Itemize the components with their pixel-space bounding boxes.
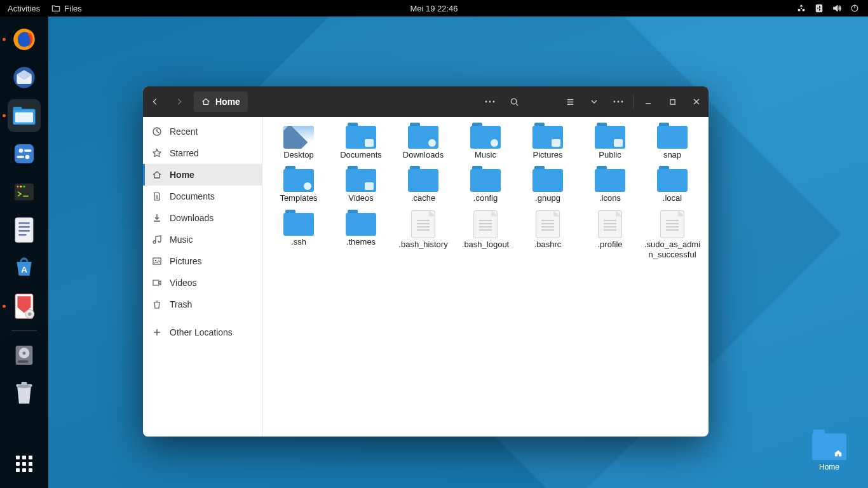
folder-icon [595, 169, 625, 192]
file-item[interactable]: .bash_history [393, 209, 453, 263]
item-label: Pictures [533, 150, 563, 160]
desktop-home-folder[interactable]: Home [807, 433, 851, 471]
folder-item[interactable]: .config [456, 165, 515, 206]
back-button[interactable] [143, 86, 167, 117]
item-label: Downloads [403, 150, 444, 160]
clock[interactable]: Mei 19 22:46 [410, 4, 458, 13]
item-label: .icons [599, 193, 621, 203]
folder-icon [657, 169, 688, 192]
network-icon[interactable] [797, 4, 806, 13]
dock-settings[interactable] [8, 137, 41, 170]
folder-item[interactable]: Public [580, 122, 640, 163]
svg-point-11 [25, 155, 30, 159]
search-button[interactable] [502, 86, 526, 117]
svg-rect-6 [13, 107, 22, 110]
folder-item[interactable]: .local [642, 165, 702, 206]
content-area[interactable]: DesktopDocumentsDownloadsMusicPicturesPu… [262, 117, 709, 437]
sidebar-item-starred[interactable]: Starred [143, 142, 262, 164]
dock-terminal[interactable] [8, 175, 41, 208]
folder-item[interactable]: snap [642, 122, 702, 163]
volume-icon[interactable] [832, 4, 841, 13]
bluetooth-icon[interactable] [815, 4, 824, 13]
folder-item[interactable]: Music [456, 122, 515, 163]
desktop-thumbnail-icon [283, 126, 314, 149]
path-menu-button[interactable] [478, 86, 502, 117]
sidebar-item-videos[interactable]: Videos [143, 272, 262, 294]
folder-item[interactable]: Videos [331, 165, 391, 206]
svg-point-35 [493, 101, 495, 103]
folder-item[interactable]: .themes [331, 209, 391, 263]
folder-item[interactable]: .ssh [269, 209, 329, 263]
folder-item[interactable]: Downloads [393, 122, 453, 163]
sidebar-item-label: Other Locations [170, 327, 233, 337]
dock-trash[interactable] [8, 377, 41, 410]
folder-icon [346, 126, 376, 149]
folder-icon [408, 126, 438, 149]
home-icon [834, 449, 843, 458]
file-item[interactable]: .bashrc [518, 209, 578, 263]
text-file-icon [598, 210, 622, 238]
sidebar-item-label: Pictures [170, 256, 202, 266]
power-icon[interactable] [850, 4, 859, 13]
item-label: Public [599, 150, 621, 160]
folder-item[interactable]: .cache [393, 165, 453, 206]
folder-item[interactable]: .gnupg [518, 165, 578, 206]
dock-firefox[interactable] [8, 23, 41, 56]
folder-item[interactable]: Documents [331, 122, 391, 163]
view-dropdown-button[interactable] [582, 86, 606, 117]
sidebar-item-home[interactable]: Home [143, 164, 262, 186]
svg-point-28 [23, 351, 26, 355]
folder-icon [408, 169, 438, 192]
folder-icon [346, 169, 376, 192]
hamburger-menu-button[interactable] [606, 86, 630, 117]
file-item[interactable]: .bash_logout [456, 209, 515, 263]
sidebar-item-trash[interactable]: Trash [143, 294, 262, 315]
file-item[interactable]: .sudo_as_admin_successful [642, 209, 702, 263]
sidebar-item-recent[interactable]: Recent [143, 121, 262, 142]
svg-point-9 [19, 149, 24, 153]
music-icon [152, 234, 162, 245]
folder-item[interactable]: Desktop [269, 122, 329, 163]
dock-software[interactable]: A [8, 252, 41, 285]
app-menu[interactable]: Files [51, 4, 81, 13]
folder-item[interactable]: Templates [269, 165, 329, 206]
svg-line-37 [516, 104, 518, 105]
svg-rect-31 [22, 382, 27, 385]
item-label: .gnupg [535, 193, 560, 203]
close-button[interactable] [684, 86, 709, 117]
forward-button[interactable] [167, 86, 191, 117]
folder-item[interactable]: Pictures [518, 122, 578, 163]
sidebar-item-other-locations[interactable]: Other Locations [143, 322, 262, 343]
svg-point-38 [614, 101, 616, 103]
dock-deja-dup[interactable] [8, 290, 41, 323]
folder-icon [283, 169, 314, 192]
svg-rect-8 [15, 144, 34, 163]
file-item[interactable]: .profile [580, 209, 640, 263]
svg-point-36 [511, 98, 516, 104]
sidebar-item-music[interactable]: Music [143, 229, 262, 250]
folder-item[interactable]: .icons [580, 165, 640, 206]
svg-text:A: A [21, 265, 27, 274]
sidebar-item-downloads[interactable]: Downloads [143, 207, 262, 229]
dock-disks[interactable] [8, 339, 41, 372]
dock-thunderbird[interactable] [8, 61, 41, 94]
pathbar[interactable]: Home [194, 92, 248, 112]
activities-button[interactable]: Activities [8, 4, 40, 13]
svg-point-16 [23, 186, 25, 187]
dock-text-editor[interactable] [8, 214, 41, 247]
minimize-button[interactable] [636, 86, 660, 117]
view-list-button[interactable] [558, 86, 582, 117]
folder-icon [532, 169, 563, 192]
dock-files[interactable] [8, 99, 41, 132]
maximize-button[interactable] [660, 86, 684, 117]
item-label: .cache [411, 193, 435, 203]
folder-icon [346, 213, 376, 236]
sidebar-item-pictures[interactable]: Pictures [143, 250, 262, 272]
item-label: Videos [348, 193, 374, 203]
sidebar-item-documents[interactable]: Documents [143, 186, 262, 207]
show-applications-button[interactable] [8, 447, 41, 480]
svg-rect-18 [18, 222, 30, 224]
svg-point-34 [489, 101, 491, 103]
item-label: .bashrc [534, 240, 562, 250]
item-label: .bash_logout [462, 240, 509, 250]
